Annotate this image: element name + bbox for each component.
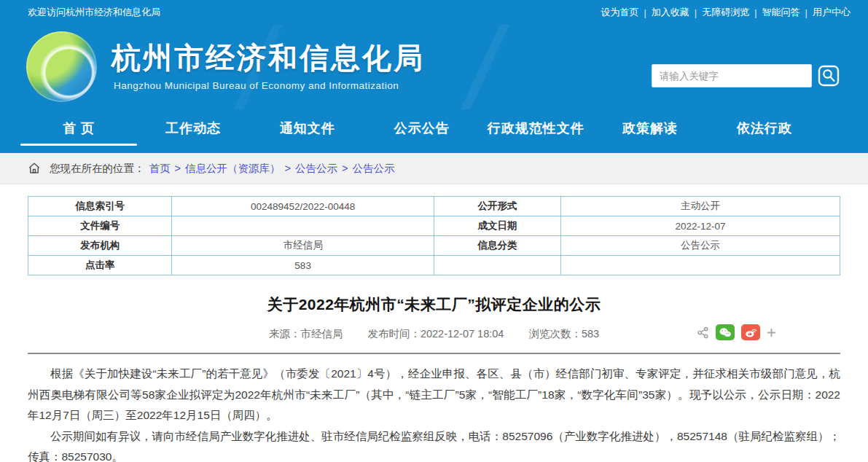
info-label	[434, 256, 560, 275]
search-button[interactable]	[817, 64, 840, 87]
info-value: 公告公示	[561, 236, 840, 256]
separator: |	[805, 7, 808, 18]
meta-time-value: 2022-12-07 18:04	[421, 328, 504, 340]
info-label: 文件编号	[28, 216, 172, 236]
topbar-link-user-center[interactable]: 用户中心	[813, 6, 851, 19]
share-nodes-icon[interactable]	[697, 326, 709, 339]
site-subtitle-english: Hangzhou Municipal Bureau of Economy and…	[114, 80, 399, 91]
info-label: 成文日期	[434, 216, 560, 236]
top-utility-bar: 欢迎访问杭州市经济和信息化局 设为首页 | 加入收藏 | 无障碍浏览 | 智能问…	[0, 0, 868, 25]
info-value: 002489452/2022-00448	[172, 197, 434, 216]
info-value	[172, 216, 434, 236]
breadcrumb-current-page[interactable]: 公告公示	[352, 162, 394, 176]
search-input[interactable]	[652, 64, 812, 87]
meta-source-label: 来源：	[269, 328, 301, 340]
info-value	[561, 256, 840, 275]
breadcrumb-prefix: 您现在所在的位置：	[50, 162, 145, 176]
info-value: 583	[172, 256, 434, 275]
breadcrumb-link-home[interactable]: 首页	[149, 162, 171, 176]
meta-views-value: 583	[582, 328, 599, 340]
separator: |	[695, 7, 697, 18]
search-bar	[652, 64, 840, 87]
meta-source: 来源：市经信局	[269, 327, 343, 341]
separator: |	[644, 7, 646, 18]
info-label: 公开形式	[434, 197, 560, 216]
main-content: 信息索引号 002489452/2022-00448 公开形式 主动公开 文件编…	[0, 196, 868, 462]
article-meta-row: 来源：市经信局 发布时间：2022-12-07 18:04 浏览次数：583	[28, 327, 840, 345]
separator: >	[342, 163, 348, 174]
info-value: 市经信局	[172, 236, 434, 256]
meta-publish-time: 发布时间：2022-12-07 18:04	[367, 327, 504, 341]
divider	[28, 353, 840, 354]
info-label: 发布机构	[28, 236, 172, 256]
article-paragraph: 公示期间如有异议，请向市经信局产业数字化推进处、驻市经信局纪检监察组反映，电话：…	[28, 426, 840, 462]
separator: |	[754, 7, 756, 18]
plus-icon[interactable]	[767, 328, 776, 337]
info-label: 信息分类	[434, 236, 560, 256]
breadcrumb-link-announcements[interactable]: 公告公示	[295, 162, 337, 176]
magnifier-icon	[818, 65, 840, 87]
bureau-logo	[26, 31, 97, 102]
nav-item-work-news[interactable]: 工作动态	[136, 109, 251, 153]
topbar-links: 设为首页 | 加入收藏 | 无障碍浏览 | 智能问答 | 用户中心	[601, 6, 851, 19]
home-icon	[28, 162, 41, 175]
nav-item-home[interactable]: 首 页	[22, 109, 136, 153]
main-nav: 首 页 工作动态 通知文件 公示公告 行政规范性文件 政策解读 依法行政	[0, 109, 868, 153]
meta-views-label: 浏览次数：	[528, 328, 582, 340]
info-label: 点击率	[28, 256, 172, 275]
info-value: 2022-12-07	[561, 216, 840, 236]
breadcrumb: 您现在所在的位置： 首页 > 信息公开（资源库） > 公告公示 > 公告公示	[0, 153, 868, 184]
nav-item-policy-interpretation[interactable]: 政策解读	[593, 109, 708, 153]
article-paragraph: 根据《关于加快建设“未来工厂”的若干意见》（市委发〔2021〕4号），经企业申报…	[28, 364, 840, 426]
nav-item-notice-documents[interactable]: 通知文件	[250, 109, 364, 153]
topbar-link-add-favorites[interactable]: 加入收藏	[652, 6, 689, 19]
topbar-link-set-homepage[interactable]: 设为首页	[601, 6, 638, 19]
meta-view-count: 浏览次数：583	[528, 327, 599, 341]
info-value: 主动公开	[561, 197, 840, 216]
article-body: 根据《关于加快建设“未来工厂”的若干意见》（市委发〔2021〕4号），经企业申报…	[28, 364, 840, 462]
meta-source-value: 市经信局	[300, 328, 343, 340]
separator: >	[284, 163, 290, 174]
topbar-link-accessibility[interactable]: 无障碍浏览	[702, 6, 749, 19]
meta-time-label: 发布时间：	[367, 328, 421, 340]
topbar-link-smart-qa[interactable]: 智能问答	[762, 6, 800, 19]
table-row: 信息索引号 002489452/2022-00448 公开形式 主动公开	[28, 197, 840, 216]
table-row: 文件编号 成文日期 2022-12-07	[28, 216, 840, 236]
wechat-icon[interactable]	[716, 324, 735, 340]
nav-item-public-announcements[interactable]: 公示公告	[364, 109, 479, 153]
table-row: 点击率 583	[28, 256, 840, 275]
nav-item-law-based-administration[interactable]: 依法行政	[707, 109, 821, 153]
page-title: 关于2022年杭州市“未来工厂”拟评定企业的公示	[28, 294, 840, 315]
site-header: 杭州市经济和信息化局 Hangzhou Municipal Bureau of …	[0, 25, 868, 109]
breadcrumb-link-info-disclosure[interactable]: 信息公开（资源库）	[185, 162, 281, 176]
nav-item-administrative-normative-documents[interactable]: 行政规范性文件	[479, 109, 593, 153]
table-row: 发布机构 市经信局 信息分类 公告公示	[28, 236, 840, 256]
document-info-table: 信息索引号 002489452/2022-00448 公开形式 主动公开 文件编…	[28, 196, 840, 275]
welcome-text: 欢迎访问杭州市经济和信息化局	[28, 6, 160, 19]
info-label: 信息索引号	[28, 197, 172, 216]
site-title: 杭州市经济和信息化局	[112, 38, 425, 78]
share-bar	[697, 324, 776, 340]
separator: >	[175, 163, 181, 174]
weibo-icon[interactable]	[741, 324, 760, 340]
